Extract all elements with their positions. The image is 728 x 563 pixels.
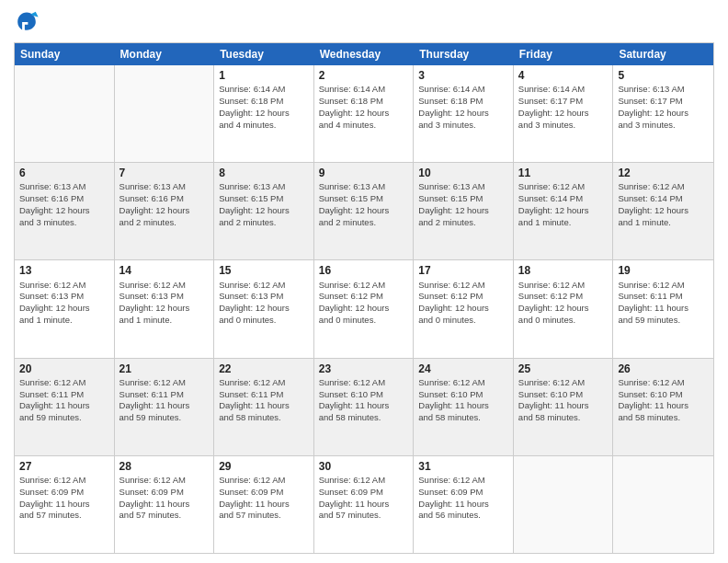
- cell-info: Sunrise: 6:12 AMSunset: 6:11 PMDaylight:…: [119, 377, 210, 424]
- day-number: 23: [319, 362, 409, 376]
- calendar-cell: [514, 456, 614, 553]
- calendar-cell: 24Sunrise: 6:12 AMSunset: 6:10 PMDayligh…: [414, 359, 514, 455]
- day-number: 19: [618, 263, 709, 278]
- header: [14, 9, 714, 35]
- calendar-cell: 25Sunrise: 6:12 AMSunset: 6:10 PMDayligh…: [514, 359, 614, 455]
- calendar-body: 1Sunrise: 6:14 AMSunset: 6:18 PMDaylight…: [15, 65, 713, 553]
- day-number: 22: [219, 362, 309, 376]
- day-number: 9: [319, 166, 409, 180]
- calendar-cell: 29Sunrise: 6:12 AMSunset: 6:09 PMDayligh…: [214, 456, 314, 553]
- day-header-tuesday: Tuesday: [214, 43, 314, 65]
- calendar: SundayMondayTuesdayWednesdayThursdayFrid…: [14, 42, 714, 554]
- day-number: 3: [418, 68, 508, 83]
- calendar-cell: 8Sunrise: 6:13 AMSunset: 6:15 PMDaylight…: [214, 163, 314, 259]
- day-number: 28: [119, 459, 210, 474]
- day-header-saturday: Saturday: [613, 43, 713, 65]
- cell-info: Sunrise: 6:12 AMSunset: 6:09 PMDaylight:…: [319, 475, 409, 522]
- cell-info: Sunrise: 6:14 AMSunset: 6:18 PMDaylight:…: [319, 84, 409, 131]
- logo: [14, 9, 43, 35]
- calendar-cell: 23Sunrise: 6:12 AMSunset: 6:10 PMDayligh…: [314, 359, 415, 455]
- day-number: 5: [618, 68, 709, 83]
- day-number: 20: [19, 362, 109, 376]
- page: SundayMondayTuesdayWednesdayThursdayFrid…: [0, 0, 728, 563]
- calendar-cell: 13Sunrise: 6:12 AMSunset: 6:13 PMDayligh…: [15, 260, 115, 357]
- cell-info: Sunrise: 6:12 AMSunset: 6:09 PMDaylight:…: [418, 475, 508, 522]
- calendar-cell: 28Sunrise: 6:12 AMSunset: 6:09 PMDayligh…: [115, 456, 215, 553]
- day-header-wednesday: Wednesday: [314, 43, 415, 65]
- cell-info: Sunrise: 6:12 AMSunset: 6:10 PMDaylight:…: [319, 377, 409, 424]
- calendar-row: 1Sunrise: 6:14 AMSunset: 6:18 PMDaylight…: [15, 65, 713, 162]
- day-number: 15: [219, 263, 309, 278]
- cell-info: Sunrise: 6:12 AMSunset: 6:09 PMDaylight:…: [119, 475, 210, 522]
- calendar-cell: 26Sunrise: 6:12 AMSunset: 6:10 PMDayligh…: [613, 359, 713, 455]
- day-number: 6: [19, 166, 109, 180]
- calendar-cell: 9Sunrise: 6:13 AMSunset: 6:15 PMDaylight…: [314, 163, 415, 259]
- cell-info: Sunrise: 6:12 AMSunset: 6:13 PMDaylight:…: [119, 280, 210, 327]
- day-number: 7: [119, 166, 210, 180]
- calendar-cell: 4Sunrise: 6:14 AMSunset: 6:17 PMDaylight…: [514, 65, 614, 162]
- calendar-cell: 7Sunrise: 6:13 AMSunset: 6:16 PMDaylight…: [115, 163, 215, 259]
- calendar-cell: 14Sunrise: 6:12 AMSunset: 6:13 PMDayligh…: [115, 260, 215, 357]
- cell-info: Sunrise: 6:12 AMSunset: 6:09 PMDaylight:…: [19, 475, 109, 522]
- day-number: 10: [418, 166, 508, 180]
- calendar-row: 6Sunrise: 6:13 AMSunset: 6:16 PMDaylight…: [15, 162, 713, 259]
- day-number: 24: [418, 362, 508, 376]
- logo-icon: [14, 9, 40, 35]
- cell-info: Sunrise: 6:12 AMSunset: 6:13 PMDaylight:…: [219, 280, 309, 327]
- calendar-cell: 22Sunrise: 6:12 AMSunset: 6:11 PMDayligh…: [214, 359, 314, 455]
- day-number: 25: [518, 362, 609, 376]
- day-number: 29: [219, 459, 309, 474]
- calendar-cell: [613, 456, 713, 553]
- cell-info: Sunrise: 6:12 AMSunset: 6:11 PMDaylight:…: [19, 377, 109, 424]
- calendar-cell: 12Sunrise: 6:12 AMSunset: 6:14 PMDayligh…: [613, 163, 713, 259]
- day-number: 14: [119, 263, 210, 278]
- calendar-cell: 27Sunrise: 6:12 AMSunset: 6:09 PMDayligh…: [15, 456, 115, 553]
- day-number: 16: [319, 263, 409, 278]
- cell-info: Sunrise: 6:12 AMSunset: 6:13 PMDaylight:…: [19, 280, 109, 327]
- day-number: 21: [119, 362, 210, 376]
- cell-info: Sunrise: 6:12 AMSunset: 6:12 PMDaylight:…: [418, 280, 508, 327]
- cell-info: Sunrise: 6:12 AMSunset: 6:10 PMDaylight:…: [618, 377, 709, 424]
- day-number: 1: [219, 68, 309, 83]
- calendar-cell: 17Sunrise: 6:12 AMSunset: 6:12 PMDayligh…: [414, 260, 514, 357]
- calendar-cell: [115, 65, 215, 162]
- day-number: 30: [319, 459, 409, 474]
- day-header-monday: Monday: [115, 43, 215, 65]
- calendar-cell: 31Sunrise: 6:12 AMSunset: 6:09 PMDayligh…: [414, 456, 514, 553]
- cell-info: Sunrise: 6:12 AMSunset: 6:12 PMDaylight:…: [319, 280, 409, 327]
- cell-info: Sunrise: 6:14 AMSunset: 6:18 PMDaylight:…: [418, 84, 508, 131]
- cell-info: Sunrise: 6:12 AMSunset: 6:11 PMDaylight:…: [219, 377, 309, 424]
- calendar-row: 20Sunrise: 6:12 AMSunset: 6:11 PMDayligh…: [15, 358, 713, 455]
- cell-info: Sunrise: 6:14 AMSunset: 6:18 PMDaylight:…: [219, 84, 309, 131]
- calendar-cell: 30Sunrise: 6:12 AMSunset: 6:09 PMDayligh…: [314, 456, 415, 553]
- day-number: 17: [418, 263, 508, 278]
- day-header-sunday: Sunday: [15, 43, 115, 65]
- calendar-cell: 20Sunrise: 6:12 AMSunset: 6:11 PMDayligh…: [15, 359, 115, 455]
- cell-info: Sunrise: 6:13 AMSunset: 6:15 PMDaylight:…: [319, 181, 409, 228]
- calendar-header: SundayMondayTuesdayWednesdayThursdayFrid…: [15, 43, 713, 65]
- cell-info: Sunrise: 6:13 AMSunset: 6:17 PMDaylight:…: [618, 84, 709, 131]
- calendar-cell: 10Sunrise: 6:13 AMSunset: 6:15 PMDayligh…: [414, 163, 514, 259]
- cell-info: Sunrise: 6:12 AMSunset: 6:09 PMDaylight:…: [219, 475, 309, 522]
- calendar-cell: 6Sunrise: 6:13 AMSunset: 6:16 PMDaylight…: [15, 163, 115, 259]
- calendar-cell: 11Sunrise: 6:12 AMSunset: 6:14 PMDayligh…: [514, 163, 614, 259]
- day-header-friday: Friday: [514, 43, 614, 65]
- day-number: 12: [618, 166, 709, 180]
- calendar-cell: 19Sunrise: 6:12 AMSunset: 6:11 PMDayligh…: [613, 260, 713, 357]
- calendar-row: 27Sunrise: 6:12 AMSunset: 6:09 PMDayligh…: [15, 455, 713, 553]
- day-number: 13: [19, 263, 109, 278]
- calendar-cell: 5Sunrise: 6:13 AMSunset: 6:17 PMDaylight…: [613, 65, 713, 162]
- day-number: 31: [418, 459, 508, 474]
- day-header-thursday: Thursday: [414, 43, 514, 65]
- calendar-cell: 1Sunrise: 6:14 AMSunset: 6:18 PMDaylight…: [214, 65, 314, 162]
- cell-info: Sunrise: 6:13 AMSunset: 6:15 PMDaylight:…: [418, 181, 508, 228]
- calendar-cell: 18Sunrise: 6:12 AMSunset: 6:12 PMDayligh…: [514, 260, 614, 357]
- day-number: 27: [19, 459, 109, 474]
- cell-info: Sunrise: 6:13 AMSunset: 6:16 PMDaylight:…: [119, 181, 210, 228]
- day-number: 18: [518, 263, 609, 278]
- cell-info: Sunrise: 6:12 AMSunset: 6:12 PMDaylight:…: [518, 280, 609, 327]
- calendar-cell: 3Sunrise: 6:14 AMSunset: 6:18 PMDaylight…: [414, 65, 514, 162]
- calendar-row: 13Sunrise: 6:12 AMSunset: 6:13 PMDayligh…: [15, 259, 713, 357]
- calendar-cell: 15Sunrise: 6:12 AMSunset: 6:13 PMDayligh…: [214, 260, 314, 357]
- cell-info: Sunrise: 6:12 AMSunset: 6:10 PMDaylight:…: [518, 377, 609, 424]
